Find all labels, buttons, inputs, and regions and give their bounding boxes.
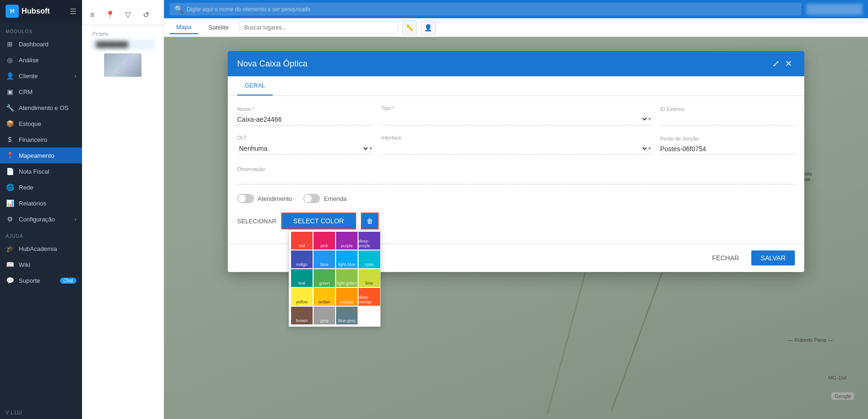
- map-area[interactable]: Google Fazendaoa Vista — Roberto Pena — …: [164, 37, 868, 419]
- modal-overlay: Nova Caixa Óptica ⤢ ✕ GERAL Nome *: [164, 37, 868, 419]
- ponto-juncao-input[interactable]: [660, 143, 795, 155]
- buscar-lugares-input[interactable]: [239, 22, 398, 34]
- color-swatch-light-green[interactable]: light-green: [336, 269, 358, 287]
- emenda-toggle[interactable]: [303, 194, 320, 203]
- sidebar-item-mapeamento[interactable]: 📍 Mapeamento: [0, 147, 82, 163]
- nota-fiscal-icon: 📄: [6, 168, 14, 175]
- sidebar-item-label: CRM: [19, 88, 33, 96]
- projeto-image: [104, 53, 142, 77]
- suporte-icon: 💬: [6, 277, 14, 284]
- sidebar-item-label: Dashboard: [19, 41, 49, 48]
- tab-geral[interactable]: GERAL: [237, 76, 273, 96]
- hubacademia-icon: 🎓: [6, 245, 14, 252]
- section-label-modulos: MÓDULOS: [0, 22, 82, 36]
- map-tabs-bar: Mapa Satélite 📏 👤: [164, 18, 868, 37]
- sidebar-item-hubacademia[interactable]: 🎓 HubAcademia: [0, 241, 82, 257]
- atendimento-label: Atendimento: [258, 195, 292, 202]
- estoque-icon: 📦: [6, 120, 14, 127]
- crm-icon: ▣: [6, 88, 14, 96]
- sidebar-item-dashboard[interactable]: ⊞ Dashboard: [0, 36, 82, 52]
- close-modal-button[interactable]: ✕: [782, 58, 795, 70]
- tab-satelite[interactable]: Satélite: [202, 21, 235, 34]
- fechar-button[interactable]: FECHAR: [704, 250, 747, 265]
- id-externo-input[interactable]: [660, 114, 795, 125]
- search-input-wrap[interactable]: 🔍: [170, 3, 801, 15]
- color-swatch-brown[interactable]: brown: [291, 307, 313, 324]
- sidebar-item-nota-fiscal[interactable]: 📄 Nota Fiscal: [0, 163, 82, 179]
- selecionar-label: SELECIONAR: [237, 218, 277, 225]
- sidebar-toggle-icon[interactable]: ☰: [70, 7, 76, 16]
- field-ponto-juncao: Ponto de Junção: [660, 136, 795, 155]
- color-swatch-pink[interactable]: pink: [314, 232, 335, 250]
- select-color-button[interactable]: SELECT COLOR: [281, 213, 356, 229]
- sidebar-item-relatorios[interactable]: 📊 Relatórios: [0, 195, 82, 211]
- nome-input[interactable]: [237, 114, 372, 125]
- version-label: V 1.110: [0, 406, 82, 419]
- ruler-icon[interactable]: 📏: [402, 20, 417, 35]
- color-swatch-red[interactable]: red: [291, 232, 313, 250]
- location-icon[interactable]: 📍: [103, 7, 118, 22]
- menu-icon[interactable]: ≡: [85, 7, 100, 22]
- color-swatch-deep-purple[interactable]: deep-purple: [359, 232, 380, 250]
- sidebar-item-label: Financeiro: [19, 136, 47, 143]
- interface-select[interactable]: [382, 142, 648, 154]
- color-swatch-blue[interactable]: blue: [314, 250, 335, 268]
- sidebar-item-crm[interactable]: ▣ CRM: [0, 84, 82, 100]
- color-swatch-indigo[interactable]: indigo: [291, 250, 313, 268]
- sidebar-item-configuracao[interactable]: ⚙ Configuração ›: [0, 211, 82, 227]
- color-swatch-cyan[interactable]: cyan: [359, 250, 380, 268]
- color-swatch-deep-orange[interactable]: deep-orange: [359, 288, 380, 306]
- trash-icon: 🗑: [367, 217, 373, 225]
- sidebar-item-label: Relatórios: [19, 200, 46, 207]
- delete-color-button[interactable]: 🗑: [361, 213, 379, 229]
- relatorios-icon: 📊: [6, 199, 14, 207]
- color-swatch-lime[interactable]: lime: [359, 269, 380, 287]
- projeto-label: Projeto: [87, 29, 159, 38]
- color-swatch-orange[interactable]: orange: [336, 288, 358, 306]
- color-row: SELECIONAR SELECT COLOR 🗑 redpinkpurpled…: [237, 213, 795, 229]
- sidebar-item-financeiro[interactable]: $ Financeiro: [0, 132, 82, 147]
- emenda-label: Emenda: [324, 195, 346, 202]
- sidebar-item-analise[interactable]: ◎ Análise: [0, 52, 82, 68]
- color-palette: redpinkpurpledeep-purpleindigobluelight-…: [289, 229, 381, 327]
- atendimento-toggle[interactable]: [237, 194, 254, 203]
- wiki-icon: 📖: [6, 261, 14, 268]
- filter-icon[interactable]: ▽: [120, 7, 135, 22]
- sidebar-item-estoque[interactable]: 📦 Estoque: [0, 116, 82, 132]
- color-swatch-purple[interactable]: purple: [336, 232, 358, 250]
- sidebar-item-rede[interactable]: 🌐 Rede: [0, 179, 82, 195]
- color-swatch-amber[interactable]: amber: [314, 288, 335, 306]
- obs-input[interactable]: [237, 173, 795, 184]
- color-swatch-blue-grey[interactable]: blue-grey: [336, 307, 358, 324]
- field-id-externo: ID Externo: [660, 106, 795, 125]
- salvar-button[interactable]: SALVAR: [751, 250, 795, 265]
- sidebar-item-cliente[interactable]: 👤 Cliente ›: [0, 68, 82, 84]
- olt-chevron-icon: ▾: [369, 145, 372, 152]
- color-swatch-teal[interactable]: teal: [291, 269, 313, 287]
- tab-mapa[interactable]: Mapa: [170, 21, 198, 34]
- interface-select-wrap: ▾: [382, 142, 651, 155]
- olt-select[interactable]: Nenhuma: [237, 142, 369, 154]
- fullscreen-button[interactable]: ⤢: [770, 58, 782, 70]
- color-swatch-yellow[interactable]: yellow: [291, 288, 313, 306]
- sidebar-item-wiki[interactable]: 📖 Wiki: [0, 257, 82, 272]
- tipo-chevron-icon: ▾: [648, 116, 651, 122]
- nova-caixa-optica-modal: Nova Caixa Óptica ⤢ ✕ GERAL Nome *: [228, 51, 804, 272]
- projeto-section: Projeto ████████: [82, 25, 164, 82]
- obs-row: Observação: [237, 164, 795, 184]
- search-input[interactable]: [187, 6, 797, 13]
- refresh-icon[interactable]: ↺: [138, 7, 153, 22]
- tipo-select[interactable]: [382, 113, 648, 125]
- field-interface: Interface ▾: [382, 135, 651, 155]
- chevron-right-icon: ›: [75, 74, 76, 79]
- person-icon[interactable]: 👤: [421, 20, 436, 35]
- sidebar-item-suporte[interactable]: 💬 Suporte Chat: [0, 272, 82, 288]
- modal-title: Nova Caixa Óptica: [237, 59, 770, 69]
- color-swatch-light-blue[interactable]: light-blue: [336, 250, 358, 268]
- color-swatch-grey[interactable]: grey: [314, 307, 335, 324]
- sidebar-item-atendimento[interactable]: 🔧 Atendimento e OS: [0, 100, 82, 116]
- color-swatch-green[interactable]: green: [314, 269, 335, 287]
- obs-label: Observação: [237, 166, 265, 172]
- modal-header: Nova Caixa Óptica ⤢ ✕: [228, 51, 804, 76]
- main-area: ≡ 📍 ▽ ↺ Projeto ████████ 🔍: [82, 0, 868, 419]
